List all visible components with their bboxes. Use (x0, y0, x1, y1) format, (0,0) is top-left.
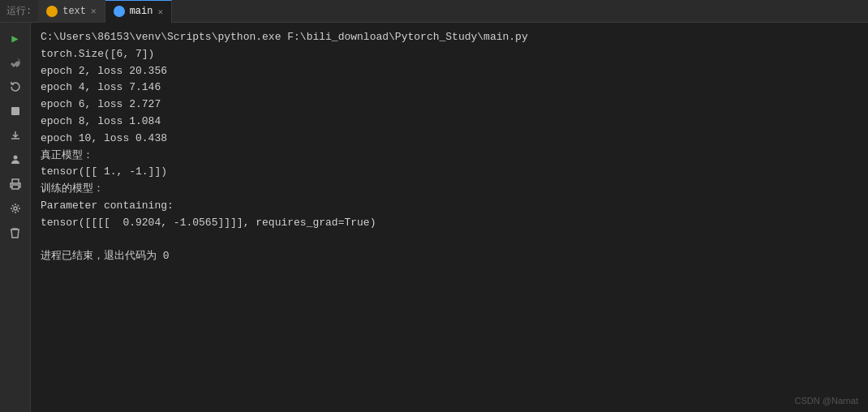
watermark: CSDN @Narnat (795, 396, 858, 406)
tab-text[interactable]: text ✕ (38, 0, 105, 23)
console-line: epoch 10, loss 0.438 (41, 131, 858, 148)
stop-button[interactable] (5, 101, 26, 122)
svg-rect-0 (11, 107, 19, 115)
tab-main-close[interactable]: ✕ (157, 6, 163, 17)
console-line: 真正模型： (41, 148, 858, 165)
delete-button[interactable] (5, 222, 26, 243)
main-content: ▶ (0, 23, 868, 412)
console-line: tensor([[[[ 0.9204, -1.0565]]]], require… (41, 215, 858, 232)
console-output[interactable]: C:\Users\86153\venv\Scripts\python.exe F… (31, 23, 868, 412)
tab-main-label: main (130, 6, 153, 17)
rerun-button[interactable] (5, 76, 26, 97)
console-line: epoch 2, loss 20.356 (41, 63, 858, 80)
tab-bar: 运行: text ✕ main ✕ (0, 0, 868, 23)
sidebar: ▶ (0, 23, 31, 412)
svg-rect-2 (12, 179, 19, 183)
print-button[interactable] (5, 174, 26, 195)
svg-rect-3 (12, 185, 19, 189)
tab-text-close[interactable]: ✕ (91, 6, 97, 16)
run-label: 运行: (6, 4, 32, 18)
settings-button[interactable] (5, 198, 26, 219)
console-line: epoch 6, loss 2.727 (41, 97, 858, 114)
console-line: epoch 4, loss 7.146 (41, 79, 858, 97)
tab-text-icon (46, 6, 58, 17)
console-line: torch.Size([6, 7]) (41, 46, 858, 63)
svg-point-1 (13, 156, 17, 160)
tab-main[interactable]: main ✕ (105, 0, 172, 23)
tab-main-icon (114, 6, 125, 17)
tab-text-label: text (62, 6, 86, 17)
console-line: epoch 8, loss 1.084 (41, 114, 858, 131)
console-line: tensor([[ 1., -1.]]) (41, 164, 858, 181)
console-line (41, 232, 858, 249)
console-line: Parameter containing: (41, 198, 858, 215)
pin-button[interactable] (5, 52, 26, 73)
svg-point-4 (14, 207, 17, 210)
console-line: 进程已结束，退出代码为 0 (41, 248, 858, 265)
download-button[interactable] (5, 125, 26, 146)
console-line: C:\Users\86153\venv\Scripts\python.exe F… (41, 29, 858, 46)
run-button[interactable]: ▶ (5, 28, 26, 49)
user-button[interactable] (5, 149, 26, 170)
console-line: 训练的模型： (41, 181, 858, 198)
